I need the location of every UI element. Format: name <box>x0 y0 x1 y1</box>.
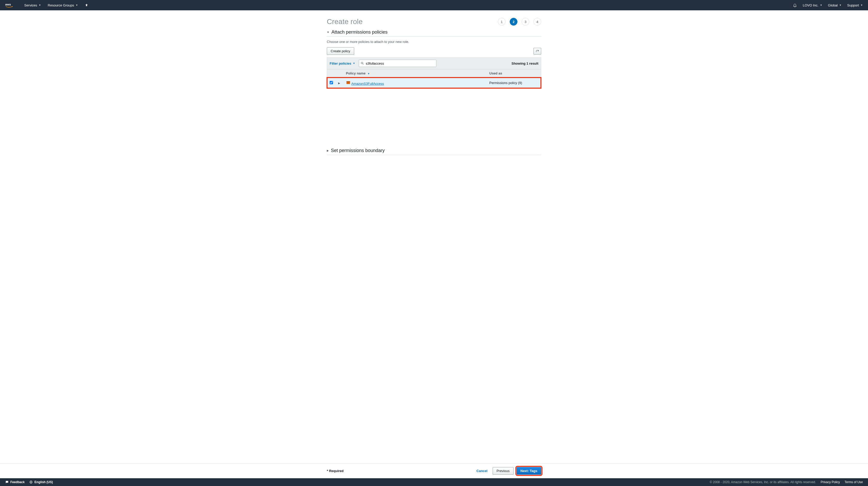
step-2[interactable]: 2 <box>510 18 518 26</box>
privacy-link[interactable]: Privacy Policy <box>821 480 840 484</box>
create-policy-button[interactable]: Create policy <box>327 47 354 55</box>
collapse-toggle-icon[interactable]: ▼ <box>327 31 330 34</box>
refresh-button[interactable] <box>533 48 541 55</box>
col-policy-name[interactable]: Policy name ▼ <box>343 69 487 78</box>
result-count: Showing 1 result <box>512 61 538 65</box>
chevron-down-icon: ▼ <box>76 4 78 6</box>
col-used-as: Used as <box>487 69 541 78</box>
aws-managed-policy-icon <box>346 82 351 86</box>
cancel-link[interactable]: Cancel <box>476 469 488 473</box>
search-icon <box>361 61 364 66</box>
chevron-down-icon: ▼ <box>839 4 842 6</box>
nav-notifications[interactable] <box>793 3 797 7</box>
policy-panel: Filter policies ▼ Showing 1 result Polic… <box>327 57 541 88</box>
svg-text:aws: aws <box>5 3 11 6</box>
attach-description: Choose one or more policies to attach to… <box>327 40 541 44</box>
expand-toggle-icon[interactable]: ▶ <box>327 149 329 152</box>
language-selector[interactable]: English (US) <box>29 480 53 484</box>
step-4[interactable]: 4 <box>533 18 541 26</box>
footer: Feedback English (US) © 2008 - 2020, Ama… <box>0 478 868 486</box>
copyright: © 2008 - 2020, Amazon Web Services, Inc.… <box>710 480 816 484</box>
globe-icon <box>29 480 33 484</box>
nav-account[interactable]: LOVO Inc. ▼ <box>803 3 822 7</box>
nav-region-label: Global <box>828 3 838 7</box>
policy-name-link[interactable]: AmazonS3FullAccess <box>351 82 384 86</box>
refresh-icon <box>535 49 539 53</box>
nav-resource-groups-label: Resource Groups <box>48 3 74 7</box>
svg-point-1 <box>361 62 363 64</box>
chat-icon <box>5 480 9 484</box>
step-1[interactable]: 1 <box>498 18 505 26</box>
nav-region[interactable]: Global ▼ <box>828 3 842 7</box>
chevron-down-icon: ▼ <box>820 4 822 6</box>
attach-section-header: ▼ Attach permissions policies <box>327 29 541 37</box>
policy-table: Policy name ▼ Used as ▶ AmazonS3FullAcce… <box>327 69 541 88</box>
feedback-link[interactable]: Feedback <box>5 480 25 484</box>
svg-line-2 <box>363 64 364 64</box>
policy-search-input[interactable] <box>359 60 436 67</box>
boundary-heading: Set permissions boundary <box>331 148 385 153</box>
bell-icon <box>793 3 797 7</box>
top-nav: aws Services ▼ Resource Groups ▼ LOVO In… <box>0 0 868 10</box>
terms-link[interactable]: Terms of Use <box>844 480 863 484</box>
previous-button[interactable]: Previous <box>493 467 514 475</box>
required-note: * Required <box>327 469 344 473</box>
attach-heading: Attach permissions policies <box>332 29 388 35</box>
chevron-down-icon: ▼ <box>861 4 863 6</box>
nav-account-label: LOVO Inc. <box>803 3 818 7</box>
nav-services-label: Services <box>24 3 37 7</box>
wizard-steps: 1 2 3 4 <box>498 18 541 26</box>
next-button[interactable]: Next: Tags <box>517 467 541 475</box>
chevron-down-icon: ▼ <box>353 62 355 65</box>
row-checkbox[interactable] <box>330 81 333 84</box>
action-bar: * Required Cancel Previous Next: Tags <box>0 463 868 478</box>
sort-caret-icon: ▼ <box>368 73 370 75</box>
svg-rect-4 <box>346 81 350 82</box>
expand-row-icon[interactable]: ▶ <box>338 82 340 85</box>
nav-support-label: Support <box>847 3 859 7</box>
filter-label: Filter policies <box>330 61 351 65</box>
step-3[interactable]: 3 <box>522 18 529 26</box>
filter-policies-dropdown[interactable]: Filter policies ▼ <box>330 61 355 65</box>
nav-pin[interactable] <box>85 3 88 7</box>
chevron-down-icon: ▼ <box>39 4 41 6</box>
boundary-section-header: ▶ Set permissions boundary <box>327 148 541 155</box>
pin-icon <box>85 3 88 7</box>
nav-resource-groups[interactable]: Resource Groups ▼ <box>48 3 78 7</box>
page-title: Create role <box>327 18 363 26</box>
nav-services[interactable]: Services ▼ <box>24 3 41 7</box>
nav-support[interactable]: Support ▼ <box>847 3 863 7</box>
aws-logo[interactable]: aws <box>5 2 17 8</box>
used-as-cell: Permissions policy (9) <box>487 78 541 88</box>
page-content: Create role 1 2 3 4 ▼ Attach permissions… <box>327 18 541 463</box>
table-row[interactable]: ▶ AmazonS3FullAccess Permissions policy … <box>327 78 541 88</box>
